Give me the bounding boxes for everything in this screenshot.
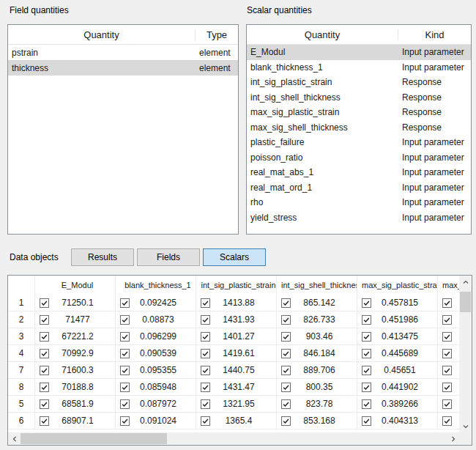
row-checkbox[interactable] (362, 298, 371, 308)
row-checkbox[interactable] (281, 298, 291, 308)
column-header-type[interactable]: Type (195, 29, 238, 40)
row-checkbox[interactable] (281, 315, 291, 325)
chevron-right-icon (450, 435, 457, 443)
list-item[interactable]: blank_thickness_1Input parameter (247, 60, 471, 75)
row-checkbox[interactable] (201, 332, 210, 342)
row-checkbox[interactable] (120, 298, 130, 308)
scroll-right-button[interactable] (447, 432, 459, 445)
row-checkbox[interactable] (40, 416, 49, 426)
cell-value: 0.404313 (371, 416, 437, 426)
fields-button[interactable]: Fields (137, 248, 200, 266)
column-header[interactable]: max_sig_shell_thickness (438, 276, 459, 295)
list-item[interactable]: real_mat_abs_1Input parameter (247, 165, 471, 180)
row-checkbox[interactable] (201, 349, 210, 358)
row-checkbox[interactable] (201, 315, 210, 325)
row-checkbox[interactable] (442, 332, 452, 342)
list-item[interactable]: poisson_ratioInput parameter (247, 150, 471, 166)
cell-value: 0.445689 (371, 348, 437, 358)
row-checkbox[interactable] (40, 399, 49, 409)
row-checkbox[interactable] (281, 349, 291, 358)
vertical-scrollbar[interactable] (459, 276, 472, 432)
horizontal-scrollbar[interactable] (8, 432, 459, 445)
column-header-kind[interactable]: Kind (398, 29, 471, 40)
scroll-up-button[interactable] (459, 276, 472, 288)
column-header[interactable]: blank_thickness_1 (116, 276, 196, 295)
row-checkbox[interactable] (281, 416, 291, 426)
row-checkbox[interactable] (362, 383, 371, 392)
list-item[interactable]: int_sig_plastic_strainResponse (247, 75, 471, 90)
row-checkbox[interactable] (120, 399, 130, 409)
checkmark-icon (40, 333, 48, 341)
table-cell: 903.46 (277, 328, 357, 345)
row-checkbox[interactable] (281, 332, 291, 342)
scroll-down-button[interactable] (459, 420, 472, 432)
row-checkbox[interactable] (442, 416, 452, 426)
row-checkbox[interactable] (40, 383, 49, 392)
scroll-left-button[interactable] (8, 432, 21, 445)
row-checkbox[interactable] (442, 399, 452, 409)
row-checkbox[interactable] (40, 332, 49, 342)
column-header[interactable]: E_Modul (35, 276, 116, 295)
row-checkbox[interactable] (120, 332, 130, 342)
column-header[interactable]: max_sig_plastic_strain (357, 276, 438, 295)
column-header[interactable]: int_sig_plastic_strain (196, 276, 277, 295)
list-item[interactable]: real_mat_ord_1Input parameter (247, 180, 471, 196)
row-checkbox[interactable] (362, 349, 371, 358)
list-item[interactable]: thicknesselement (8, 60, 238, 75)
row-checkbox[interactable] (40, 366, 49, 375)
row-checkbox[interactable] (362, 366, 371, 375)
table-cell: 846.184 (277, 345, 357, 362)
cell-value: 0.451986 (371, 314, 437, 325)
row-checkbox[interactable] (442, 298, 452, 308)
list-item[interactable]: plastic_failureInput parameter (247, 135, 471, 150)
checkmark-icon (201, 350, 209, 358)
row-checkbox[interactable] (362, 416, 371, 426)
column-header-quantity[interactable]: Quantity (247, 29, 398, 40)
row-checkbox[interactable] (362, 399, 371, 409)
row-checkbox[interactable] (201, 399, 210, 409)
checkmark-icon (282, 316, 290, 324)
row-checkbox[interactable] (281, 383, 291, 392)
list-item[interactable]: max_sig_plastic_strainResponse (247, 105, 471, 120)
row-checkbox[interactable] (362, 315, 371, 325)
row-checkbox[interactable] (120, 416, 130, 426)
list-item[interactable]: rhoInput parameter (247, 195, 471, 210)
row-checkbox[interactable] (201, 298, 210, 308)
list-item[interactable]: max_sig_shell_thicknessResponse (247, 120, 471, 136)
row-checkbox[interactable] (201, 383, 210, 392)
checkmark-icon (121, 316, 129, 324)
row-checkbox[interactable] (281, 399, 291, 409)
row-checkbox[interactable] (442, 315, 452, 325)
row-checkbox[interactable] (442, 366, 452, 375)
row-checkbox[interactable] (40, 315, 49, 325)
row-checkbox[interactable] (201, 416, 210, 426)
list-item[interactable]: int_sig_shell_thicknessResponse (247, 90, 471, 106)
row-checkbox[interactable] (120, 315, 130, 325)
row-checkbox[interactable] (201, 366, 210, 375)
cell-value: 826.733 (291, 314, 357, 325)
checkmark-icon (443, 417, 451, 425)
column-header-quantity[interactable]: Quantity (8, 29, 195, 40)
quantity-cell: max_sig_shell_thickness (247, 122, 398, 133)
row-checkbox[interactable] (40, 349, 49, 358)
kind-cell: Input parameter (398, 197, 471, 207)
results-button[interactable]: Results (71, 248, 134, 266)
row-checkbox[interactable] (120, 349, 130, 358)
table-cell: 0.413475 (357, 328, 438, 345)
row-checkbox[interactable] (120, 383, 130, 392)
list-item[interactable]: E_ModulInput parameter (247, 45, 471, 60)
row-checkbox[interactable] (442, 349, 452, 358)
row-checkbox[interactable] (40, 298, 49, 308)
horizontal-scroll-thumb[interactable] (21, 433, 167, 444)
list-item[interactable]: yield_stressInput parameter (247, 210, 471, 226)
row-checkbox[interactable] (442, 383, 452, 392)
row-checkbox[interactable] (120, 366, 130, 375)
scalars-button[interactable]: Scalars (203, 248, 266, 266)
row-checkbox[interactable] (362, 332, 371, 342)
checkmark-icon (40, 417, 48, 425)
table-cell: 0.404313 (357, 413, 438, 429)
column-header[interactable]: int_sig_shell_thickness (277, 276, 357, 295)
list-item[interactable]: pstrainelement (8, 45, 238, 60)
row-checkbox[interactable] (281, 366, 291, 375)
vertical-scroll-thumb[interactable] (460, 292, 471, 312)
